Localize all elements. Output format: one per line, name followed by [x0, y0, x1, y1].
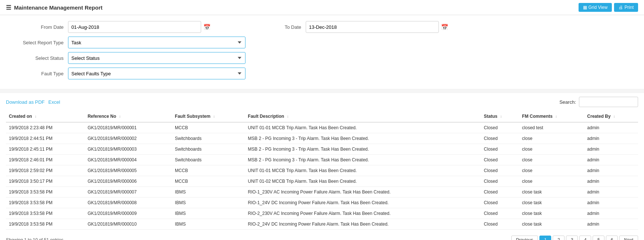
table-cell: UNIT 01-02 MCCB Trip Alarm. Task Has Bee…	[245, 176, 481, 187]
page-btn-4[interactable]: 4	[579, 236, 591, 240]
from-date-input[interactable]: 01-Aug-2018	[68, 21, 201, 33]
table-cell: IBMS	[172, 187, 245, 198]
table-cell: MSB 2 - PG Incoming 3 - Trip Alarm. Task…	[245, 144, 481, 155]
table-cell: close	[519, 165, 584, 176]
table-cell: 19/9/2018 2:45:11 PM	[6, 144, 85, 155]
to-date-calendar-icon[interactable]: 📅	[441, 24, 448, 31]
table-cell: admin	[584, 155, 638, 165]
table-cell: admin	[584, 219, 638, 230]
col-created-by[interactable]: Created By ↕	[584, 111, 638, 122]
table-cell: 19/9/2018 2:46:01 PM	[6, 155, 85, 165]
table-cell: admin	[584, 122, 638, 133]
search-input[interactable]	[579, 97, 638, 107]
fault-type-select[interactable]: Select Faults Type MCCB IBMS	[68, 68, 245, 79]
table-cell: Closed	[481, 176, 519, 187]
table-cell: 19/9/2018 2:44:51 PM	[6, 133, 85, 144]
table-cell: admin	[584, 208, 638, 219]
table-cell: RIO-2_24V DC Incoming Power Failure Alar…	[245, 219, 481, 230]
table-cell: 19/9/2018 3:53:58 PM	[6, 187, 85, 198]
table-cell: MCCB	[172, 176, 245, 187]
pagination: Previous 1 2 3 4 5 6 Next	[511, 236, 638, 240]
table-cell: IBMS	[172, 219, 245, 230]
table-cell: Closed	[481, 198, 519, 208]
pagination-row: Showing 1 to 10 of 51 entries Previous 1…	[6, 234, 638, 240]
page-btn-5[interactable]: 5	[593, 236, 604, 240]
fault-type-label: Fault Type	[9, 71, 68, 76]
table-cell: GK1/201819/MR/000006	[85, 176, 172, 187]
download-pdf-link[interactable]: Download as PDF	[6, 99, 45, 105]
table-cell: close task	[519, 219, 584, 230]
next-button[interactable]: Next	[619, 236, 638, 240]
col-status[interactable]: Status ↕	[481, 111, 519, 122]
status-select[interactable]: Select Status Closed Open	[68, 52, 245, 64]
top-bar: ☰ Maintenance Management Report ▦ Grid V…	[0, 0, 644, 15]
status-filter-row: Select Status Select Status Closed Open	[9, 52, 635, 64]
table-links: Download as PDF Excel	[6, 99, 60, 105]
table-cell: Closed	[481, 144, 519, 155]
table-cell: 19/9/2018 2:59:02 PM	[6, 165, 85, 176]
table-cell: Closed	[481, 122, 519, 133]
page-btn-2[interactable]: 2	[553, 236, 565, 240]
table-cell: MCCB	[172, 165, 245, 176]
table-cell: Closed	[481, 219, 519, 230]
table-cell: GK1/201819/MR/000009	[85, 208, 172, 219]
date-filter-row: From Date 01-Aug-2018 📅 To Date 13-Dec-2…	[9, 21, 635, 33]
table-cell: admin	[584, 144, 638, 155]
table-row: 19/9/2018 2:46:01 PMGK1/201819/MR/000004…	[6, 155, 638, 165]
to-date-input[interactable]: 13-Dec-2018	[306, 21, 439, 33]
previous-button[interactable]: Previous	[511, 236, 538, 240]
table-cell: IBMS	[172, 198, 245, 208]
search-label: Search:	[559, 99, 576, 105]
table-cell: MCCB	[172, 122, 245, 133]
col-reference-no[interactable]: Reference No ↕	[85, 111, 172, 122]
table-cell: 19/9/2018 3:53:58 PM	[6, 208, 85, 219]
table-cell: RIO-1_230V AC Incoming Power Failure Ala…	[245, 187, 481, 198]
page-btn-3[interactable]: 3	[566, 236, 578, 240]
table-row: 19/9/2018 3:53:58 PMGK1/201819/MR/000009…	[6, 208, 638, 219]
from-date-calendar-icon[interactable]: 📅	[203, 24, 211, 31]
data-table: Created on ↕ Reference No ↕ Fault Subsys…	[6, 111, 638, 230]
top-bar-actions: ▦ Grid View 🖨 Print	[579, 3, 638, 12]
table-cell: GK1/201819/MR/000004	[85, 155, 172, 165]
table-cell: 19/9/2018 3:50:17 PM	[6, 176, 85, 187]
sort-icon-created-by: ↕	[613, 114, 615, 119]
table-cell: admin	[584, 176, 638, 187]
col-created-on[interactable]: Created on ↕	[6, 111, 85, 122]
table-cell: Switchboards	[172, 133, 245, 144]
page-title: Maintenance Management Report	[14, 4, 102, 11]
sort-icon-created-on: ↕	[35, 114, 37, 119]
col-fault-description[interactable]: Fault Description ↕	[245, 111, 481, 122]
print-button[interactable]: 🖨 Print	[614, 3, 638, 12]
page-btn-1[interactable]: 1	[539, 236, 551, 240]
page-btn-6[interactable]: 6	[606, 236, 618, 240]
table-cell: Closed	[481, 165, 519, 176]
menu-icon: ☰	[6, 4, 11, 11]
table-cell: close task	[519, 187, 584, 198]
table-row: 19/9/2018 2:59:02 PMGK1/201819/MR/000005…	[6, 165, 638, 176]
table-cell: RIO-1_24V DC Incoming Power Failure Alar…	[245, 198, 481, 208]
report-type-label: Select Report Type	[9, 40, 68, 45]
from-date-label: From Date	[9, 24, 68, 30]
fault-type-filter-row: Fault Type Select Faults Type MCCB IBMS	[9, 68, 635, 79]
filter-area: From Date 01-Aug-2018 📅 To Date 13-Dec-2…	[0, 15, 644, 89]
excel-link[interactable]: Excel	[48, 99, 60, 105]
col-fm-comments[interactable]: FM Comments ↕	[519, 111, 584, 122]
table-cell: Closed	[481, 133, 519, 144]
table-cell: close	[519, 176, 584, 187]
sort-icon-ref-no: ↕	[119, 114, 121, 119]
table-cell: Closed	[481, 187, 519, 198]
table-cell: Closed	[481, 208, 519, 219]
table-row: 19/9/2018 2:23:48 PMGK1/201819/MR/000001…	[6, 122, 638, 133]
table-cell: GK1/201819/MR/000002	[85, 133, 172, 144]
col-fault-subsystem[interactable]: Fault Subsystem ↕	[172, 111, 245, 122]
grid-view-button[interactable]: ▦ Grid View	[579, 3, 612, 12]
table-cell: GK1/201819/MR/000003	[85, 144, 172, 155]
table-cell: close	[519, 133, 584, 144]
table-section: Download as PDF Excel Search: Created on…	[0, 93, 644, 240]
table-row: 19/9/2018 3:53:58 PMGK1/201819/MR/000007…	[6, 187, 638, 198]
table-cell: close	[519, 144, 584, 155]
table-row: 19/9/2018 2:44:51 PMGK1/201819/MR/000002…	[6, 133, 638, 144]
table-cell: GK1/201819/MR/000001	[85, 122, 172, 133]
table-actions: Download as PDF Excel Search:	[6, 97, 638, 107]
report-type-select[interactable]: Task Incident	[68, 37, 245, 48]
